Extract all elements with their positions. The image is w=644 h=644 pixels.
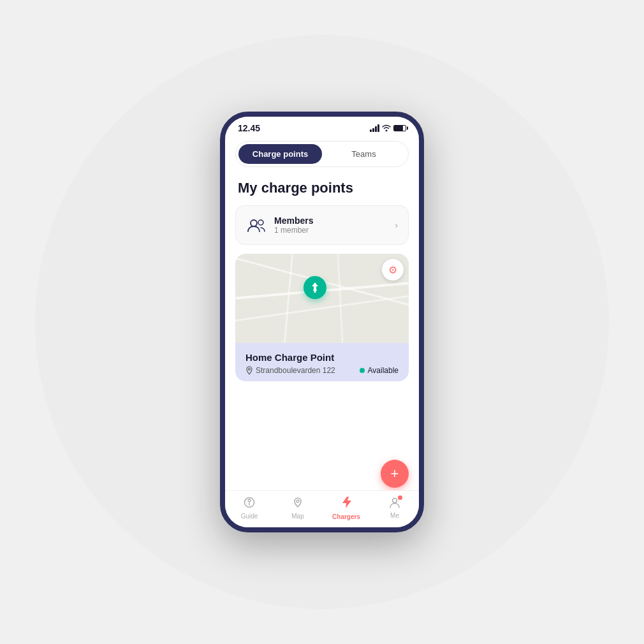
page-title: My charge points	[235, 180, 409, 196]
members-label: Members	[274, 216, 313, 226]
members-card[interactable]: Members 1 member ›	[235, 205, 409, 245]
svg-point-0	[251, 220, 257, 226]
members-text: Members 1 member	[274, 216, 313, 235]
gear-icon: ⚙	[388, 264, 397, 276]
chevron-right-icon: ›	[395, 220, 398, 230]
top-tab-bar: Charge points Teams	[235, 141, 409, 167]
map-pin	[304, 276, 326, 299]
chargers-label: Chargers	[332, 513, 360, 520]
map-road-4	[337, 254, 344, 343]
charge-info-card[interactable]: Home Charge Point Strandboulevarden 122	[235, 343, 409, 381]
map-road-3	[283, 254, 293, 343]
map-background: ⚙	[235, 254, 409, 343]
battery-icon	[393, 125, 406, 131]
map-card[interactable]: ⚙ Home Charge Point Stran	[235, 254, 409, 381]
tab-teams[interactable]: Teams	[322, 144, 406, 164]
status-label: Available	[368, 366, 399, 375]
svg-point-1	[258, 220, 263, 225]
svg-point-4	[249, 369, 251, 370]
status-icons	[370, 124, 406, 133]
me-label: Me	[390, 512, 399, 519]
guide-icon	[244, 497, 255, 511]
svg-point-8	[393, 499, 397, 503]
background-circle: 12.45	[35, 35, 609, 609]
wifi-icon	[382, 124, 391, 133]
members-left: Members 1 member	[246, 215, 313, 235]
plus-icon: +	[391, 465, 399, 482]
nav-item-guide[interactable]: Guide	[225, 497, 274, 520]
charge-status: Available	[360, 366, 399, 375]
status-time: 12.45	[238, 123, 260, 133]
map-label: Map	[291, 513, 304, 520]
svg-point-7	[296, 500, 299, 502]
charge-address: Strandboulevarden 122	[245, 366, 335, 375]
members-count: 1 member	[274, 226, 313, 235]
chargers-icon	[340, 496, 352, 512]
signal-icon	[370, 124, 379, 132]
svg-point-6	[248, 499, 251, 502]
nav-item-me[interactable]: Me	[370, 497, 419, 519]
phone-frame: 12.45	[220, 112, 424, 532]
me-badge	[398, 495, 402, 500]
settings-button[interactable]: ⚙	[382, 259, 404, 281]
charge-meta: Strandboulevarden 122 Available	[245, 366, 399, 375]
guide-label: Guide	[241, 513, 258, 520]
charger-pin	[304, 276, 326, 299]
members-icon	[246, 215, 267, 235]
svg-rect-2	[313, 289, 317, 291]
nav-item-chargers[interactable]: Chargers	[322, 496, 370, 520]
map-icon	[292, 497, 304, 511]
tab-charge-points[interactable]: Charge points	[238, 144, 322, 164]
address-text: Strandboulevarden 122	[256, 366, 335, 375]
bottom-nav: Guide Map	[225, 490, 419, 527]
status-dot	[360, 368, 365, 373]
me-icon-wrapper	[389, 497, 400, 511]
add-fab-button[interactable]: +	[381, 460, 409, 488]
nav-item-map[interactable]: Map	[274, 497, 322, 520]
svg-rect-3	[314, 291, 316, 293]
status-bar: 12.45	[225, 117, 419, 137]
charge-point-name: Home Charge Point	[245, 352, 399, 363]
